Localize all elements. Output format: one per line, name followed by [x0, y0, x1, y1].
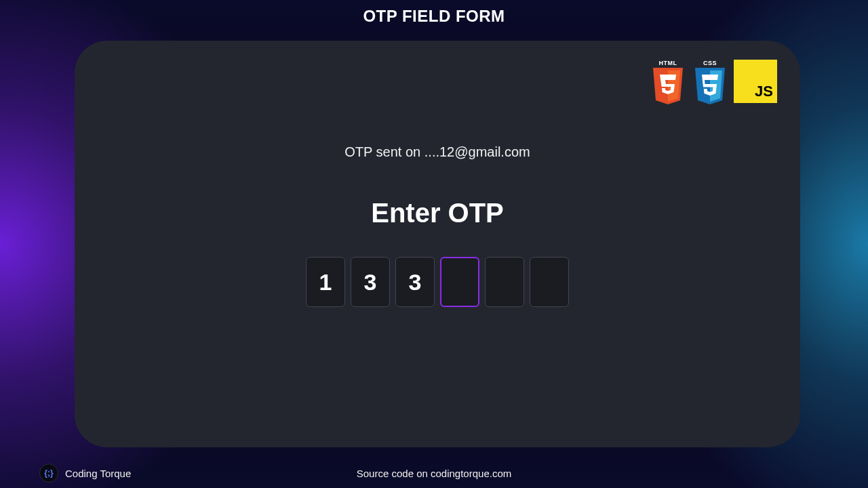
- otp-heading: Enter OTP: [75, 198, 800, 228]
- otp-digit-5[interactable]: [485, 257, 524, 307]
- brand-name: Coding Torque: [65, 468, 131, 479]
- js-badge: JS: [734, 60, 777, 103]
- html5-badge: HTML: [650, 60, 686, 104]
- otp-digit-6[interactable]: [530, 257, 569, 307]
- css3-icon: [694, 68, 726, 104]
- otp-digit-2[interactable]: [351, 257, 390, 307]
- css3-label: CSS: [703, 60, 717, 66]
- footer-brand: {;} Coding Torque: [39, 464, 131, 483]
- otp-digit-1[interactable]: [306, 257, 345, 307]
- html5-label: HTML: [659, 60, 677, 66]
- page-title: OTP FIELD FORM: [0, 0, 868, 30]
- footer: {;} Coding Torque Source code on codingt…: [0, 458, 868, 488]
- otp-card: HTML CSS JS OTP sent on ....12@gmail.com…: [75, 41, 800, 447]
- css3-badge: CSS: [692, 60, 728, 104]
- footer-source-text: Source code on codingtorque.com: [357, 468, 511, 479]
- brand-logo-icon: {;}: [39, 464, 58, 483]
- html5-icon: [652, 68, 684, 104]
- otp-digit-4[interactable]: [440, 257, 479, 307]
- js-icon: JS: [755, 83, 773, 100]
- otp-sent-info: OTP sent on ....12@gmail.com: [75, 144, 800, 160]
- tech-badges: HTML CSS JS: [650, 60, 777, 104]
- otp-input-row: [75, 257, 800, 307]
- otp-digit-3[interactable]: [395, 257, 435, 307]
